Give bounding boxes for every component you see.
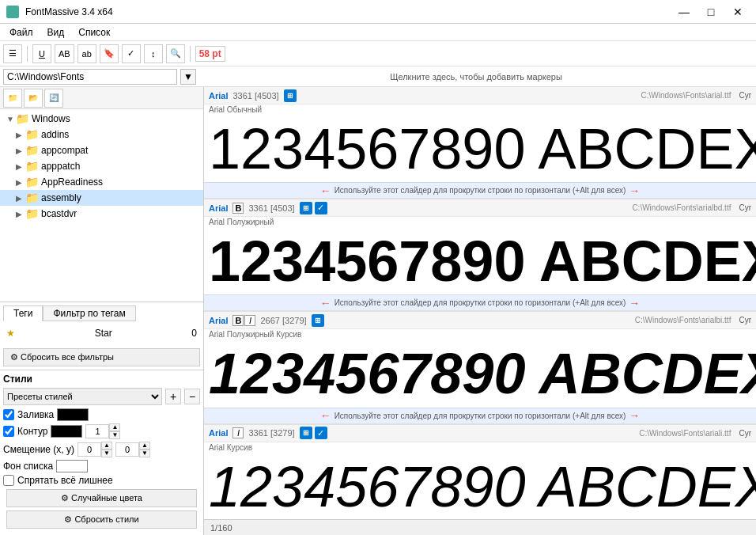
styles-preset-select[interactable]: Пресеты стилей <box>3 388 162 405</box>
arrow-icon: ▶ <box>16 178 25 187</box>
bold-tag: B <box>232 203 244 214</box>
tree-item-appreadiness[interactable]: ▶ 📁 AppReadiness <box>0 174 203 190</box>
minimize-button[interactable]: — <box>672 4 696 20</box>
slider-left-arrow[interactable]: ← <box>320 409 331 422</box>
random-colors-button[interactable]: ⚙ Случайные цвета <box>6 489 197 507</box>
tree-btn-3[interactable]: 🔄 <box>44 89 63 108</box>
stroke-prop: Контур ▲ ▼ <box>3 423 200 439</box>
toolbar-check-btn[interactable]: ✓ <box>122 44 141 63</box>
bg-color-swatch[interactable] <box>56 460 88 472</box>
stroke-down-btn[interactable]: ▼ <box>109 431 120 439</box>
close-button[interactable]: ✕ <box>726 4 750 20</box>
title-bar: FontMassive 3.4 x64 — □ ✕ <box>0 0 756 24</box>
tree-item-bcastdvr[interactable]: ▶ 📁 bcastdvr <box>0 206 203 222</box>
bg-prop: Фон списка <box>3 460 200 472</box>
tree-label: apppatch <box>41 161 80 172</box>
toolbar-zoom-btn[interactable]: 🔍 <box>166 44 185 63</box>
slider-row-1: ← Используйте этот слайдер для прокрутки… <box>204 182 756 198</box>
slider-left-arrow[interactable]: ← <box>320 297 331 309</box>
path-dropdown[interactable]: ▼ <box>180 69 196 85</box>
stroke-checkbox[interactable] <box>3 426 14 437</box>
slider-left-arrow[interactable]: ← <box>320 184 331 197</box>
tree-item-windows[interactable]: ▼ 📁 Windows <box>0 111 203 127</box>
offset-x-up[interactable]: ▲ <box>101 442 112 450</box>
windows-badge: ⊞ <box>284 89 297 102</box>
windows-badge: ⊞ <box>300 427 312 439</box>
font-name-link[interactable]: Arial <box>209 91 228 101</box>
toolbar-ab-small-btn[interactable]: ab <box>77 44 96 63</box>
offset-x-down[interactable]: ▼ <box>101 450 112 457</box>
cyr-badge: Cyr <box>739 91 751 100</box>
toolbar-bookmark-btn[interactable]: 🔖 <box>100 44 119 63</box>
tree-btn-1[interactable]: 📁 <box>3 89 22 108</box>
offset-y-up[interactable]: ▲ <box>139 442 150 450</box>
bold-tag: B <box>232 315 244 326</box>
titlebar-left: FontMassive 3.4 x64 <box>6 6 113 18</box>
stroke-up-btn[interactable]: ▲ <box>109 423 120 431</box>
tree-item-apppatch[interactable]: ▶ 📁 apppatch <box>0 158 203 174</box>
slider-row-2: ← Используйте этот слайдер для прокрутки… <box>204 294 756 310</box>
slider-text: Используйте этот слайдер для прокрутки с… <box>335 412 626 420</box>
slider-text: Используйте этот слайдер для прокрутки с… <box>335 298 626 307</box>
preview-text: 1234567890 ABCDEXYZ abc <box>209 456 751 518</box>
reset-styles-button[interactable]: ⚙ Сбросить стили <box>6 510 197 529</box>
offset-y-down[interactable]: ▼ <box>139 450 150 457</box>
separator-2 <box>190 46 191 62</box>
toolbar-ab-btn[interactable]: AB <box>55 44 74 63</box>
tree-btn-2[interactable]: 📂 <box>24 89 43 108</box>
path-input[interactable] <box>3 69 177 85</box>
tree-label: appcompat <box>41 145 88 156</box>
fill-label: Заливка <box>17 409 54 420</box>
cyr-badge: Cyr <box>739 429 751 438</box>
maximize-button[interactable]: □ <box>699 4 723 20</box>
hide-extra-prop: Спрятать всё лишнее <box>3 475 200 486</box>
slider-right-arrow[interactable]: → <box>629 184 640 197</box>
fill-checkbox[interactable] <box>3 409 14 420</box>
menu-view[interactable]: Вид <box>41 25 71 40</box>
toolbar-arrow-btn[interactable]: ↕ <box>144 44 163 63</box>
font-header-arial-bolditalic: Arial B I 2667 [3279] ⊞ C:\Windows\Fonts… <box>204 312 756 329</box>
font-style-name: Arial Полужирный <box>204 217 756 227</box>
font-name-link[interactable]: Arial <box>209 316 228 325</box>
address-bar: ▼ Щелкните здесь, чтобы добавить маркеры <box>0 66 756 87</box>
tag-star-item[interactable]: ★ Star 0 <box>3 326 200 340</box>
app-icon <box>6 6 19 18</box>
font-entry-arial-normal: Arial 3361 [4503] ⊞ C:\Windows\Fonts\ari… <box>204 87 756 199</box>
font-name-link[interactable]: Arial <box>209 428 228 438</box>
separator-1 <box>27 46 28 62</box>
offset-x-input[interactable] <box>77 442 101 457</box>
menu-list[interactable]: Список <box>72 25 116 40</box>
folder-icon: 📁 <box>25 144 38 157</box>
font-header-arial-normal: Arial 3361 [4503] ⊞ C:\Windows\Fonts\ari… <box>204 87 756 104</box>
hide-extra-checkbox[interactable] <box>3 475 14 486</box>
offset-y-spin: ▲ ▼ <box>139 442 150 457</box>
toolbar-menu-btn[interactable]: ☰ <box>3 44 22 63</box>
tab-filter-by-tags[interactable]: Фильтр по тегам <box>43 305 135 321</box>
reset-filters-button[interactable]: ⚙ Сбросить все фильтры <box>3 348 200 366</box>
fill-color-swatch[interactable] <box>57 408 89 421</box>
styles-add-btn[interactable]: + <box>165 389 181 404</box>
font-badges: ⊞ ✓ <box>300 202 327 214</box>
stroke-size-input[interactable] <box>85 424 109 438</box>
styles-remove-btn[interactable]: − <box>184 389 200 404</box>
toolbar-underline-btn[interactable]: U <box>32 44 51 63</box>
cyr-badge: Cyr <box>739 203 751 212</box>
font-preview-arial-normal: 1234567890 ABCDEXYZ abc <box>204 115 756 182</box>
stroke-color-swatch[interactable] <box>51 425 82 438</box>
menu-file[interactable]: Файл <box>3 25 40 40</box>
tree-item-appcompat[interactable]: ▶ 📁 appcompat <box>0 142 203 158</box>
offset-y-input[interactable] <box>115 442 139 457</box>
font-header-arial-bold: Arial B 3361 [4503] ⊞ ✓ C:\Windows\Fonts… <box>204 199 756 217</box>
tree-item-assembly[interactable]: ▶ 📁 assembly <box>0 190 203 206</box>
folder-icon: 📁 <box>25 192 38 204</box>
slider-right-arrow[interactable]: → <box>629 409 640 422</box>
tree-item-addins[interactable]: ▶ 📁 addins <box>0 127 203 142</box>
slider-right-arrow[interactable]: → <box>629 297 640 309</box>
stroke-spin-btns: ▲ ▼ <box>109 423 120 439</box>
tags-content: ★ Star 0 <box>3 324 200 342</box>
bottom-bar: 1/160 <box>204 519 756 535</box>
tab-tags[interactable]: Теги <box>3 305 43 321</box>
font-name-link[interactable]: Arial <box>209 203 228 213</box>
address-hint: Щелкните здесь, чтобы добавить маркеры <box>199 72 753 82</box>
italic-tag: I <box>244 315 255 326</box>
